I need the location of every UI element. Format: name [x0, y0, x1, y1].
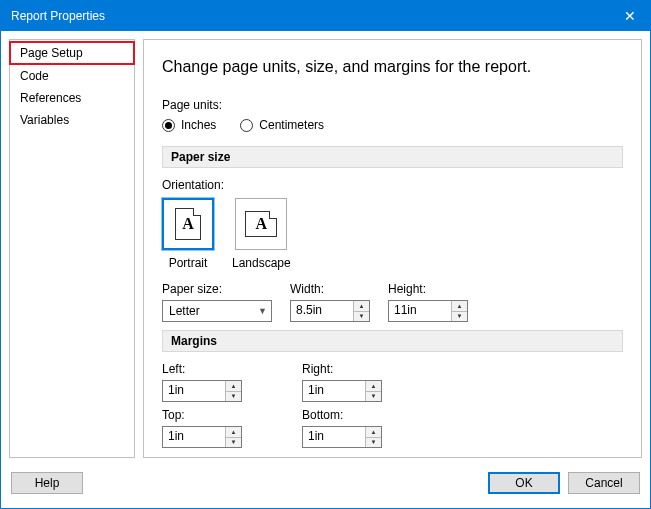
main-panel: Change page units, size, and margins for…: [143, 39, 642, 458]
spinner-down-icon[interactable]: ▼: [226, 438, 241, 448]
margin-top-spinner[interactable]: 1in ▲▼: [162, 426, 242, 448]
dialog-title: Report Properties: [11, 9, 105, 23]
page-landscape-icon: A: [245, 211, 277, 237]
paper-size-field: Paper size: Letter ▼: [162, 282, 272, 322]
spinner-down-icon[interactable]: ▼: [452, 312, 467, 322]
margin-left-spinner[interactable]: 1in ▲▼: [162, 380, 242, 402]
orientation-portrait[interactable]: A Portrait: [162, 198, 214, 270]
radio-centimeters-label: Centimeters: [259, 118, 324, 132]
sidebar-item-page-setup[interactable]: Page Setup: [9, 41, 135, 65]
width-spinner[interactable]: 8.5in ▲ ▼: [290, 300, 370, 322]
titlebar: Report Properties ✕: [1, 1, 650, 31]
margin-left-field: Left: 1in ▲▼: [162, 362, 302, 402]
orientation-portrait-label: Portrait: [169, 256, 208, 270]
page-portrait-icon: A: [175, 208, 201, 240]
width-label: Width:: [290, 282, 370, 296]
margin-bottom-spinner[interactable]: 1in ▲▼: [302, 426, 382, 448]
radio-dot-icon: [162, 119, 175, 132]
margin-right-value: 1in: [303, 381, 365, 401]
sidebar-item-references[interactable]: References: [10, 87, 134, 109]
orientation-landscape-label: Landscape: [232, 256, 291, 270]
spinner-down-icon[interactable]: ▼: [226, 392, 241, 402]
spinner-down-icon[interactable]: ▼: [366, 438, 381, 448]
height-field: Height: 11in ▲ ▼: [388, 282, 468, 322]
dialog-footer: Help OK Cancel: [1, 466, 650, 508]
spinner-down-icon[interactable]: ▼: [366, 392, 381, 402]
help-button[interactable]: Help: [11, 472, 83, 494]
spinner-up-icon[interactable]: ▲: [226, 381, 241, 392]
margin-bottom-label: Bottom:: [302, 408, 442, 422]
dialog-body: Page Setup Code References Variables Cha…: [1, 31, 650, 466]
cancel-button[interactable]: Cancel: [568, 472, 640, 494]
spinner-up-icon[interactable]: ▲: [226, 427, 241, 438]
margin-right-spinner[interactable]: 1in ▲▼: [302, 380, 382, 402]
radio-dot-icon: [240, 119, 253, 132]
radio-inches[interactable]: Inches: [162, 118, 216, 132]
spinner-down-icon[interactable]: ▼: [354, 312, 369, 322]
radio-centimeters[interactable]: Centimeters: [240, 118, 324, 132]
close-icon[interactable]: ✕: [620, 8, 640, 24]
orientation-landscape[interactable]: A Landscape: [232, 198, 291, 270]
height-spinner[interactable]: 11in ▲ ▼: [388, 300, 468, 322]
dialog-window: Report Properties ✕ Page Setup Code Refe…: [0, 0, 651, 509]
width-field: Width: 8.5in ▲ ▼: [290, 282, 370, 322]
height-label: Height:: [388, 282, 468, 296]
spinner-arrows: ▲ ▼: [451, 301, 467, 321]
orientation-tile: A: [162, 198, 214, 250]
margin-left-value: 1in: [163, 381, 225, 401]
page-units-group: Inches Centimeters: [162, 118, 623, 132]
paper-size-row: Paper size: Letter ▼ Width: 8.5in ▲ ▼: [162, 282, 623, 322]
orientation-group: A Portrait A Landscape: [162, 198, 623, 270]
margin-right-field: Right: 1in ▲▼: [302, 362, 442, 402]
orientation-tile: A: [235, 198, 287, 250]
spinner-up-icon[interactable]: ▲: [366, 427, 381, 438]
ok-button[interactable]: OK: [488, 472, 560, 494]
page-heading: Change page units, size, and margins for…: [162, 58, 623, 76]
section-paper-size: Paper size: [162, 146, 623, 168]
margin-top-label: Top:: [162, 408, 302, 422]
section-margins: Margins: [162, 330, 623, 352]
margin-left-label: Left:: [162, 362, 302, 376]
margin-top-value: 1in: [163, 427, 225, 447]
spinner-arrows: ▲ ▼: [353, 301, 369, 321]
margin-bottom-field: Bottom: 1in ▲▼: [302, 408, 442, 448]
spinner-up-icon[interactable]: ▲: [452, 301, 467, 312]
radio-inches-label: Inches: [181, 118, 216, 132]
sidebar-item-variables[interactable]: Variables: [10, 109, 134, 131]
sidebar-item-code[interactable]: Code: [10, 65, 134, 87]
paper-size-label: Paper size:: [162, 282, 272, 296]
sidebar: Page Setup Code References Variables: [9, 39, 135, 458]
spinner-up-icon[interactable]: ▲: [366, 381, 381, 392]
margin-right-label: Right:: [302, 362, 442, 376]
page-units-label: Page units:: [162, 98, 623, 112]
margins-grid: Left: 1in ▲▼ Right: 1in ▲▼ Top:: [162, 362, 623, 448]
paper-size-value: Letter: [169, 304, 200, 318]
height-value: 11in: [389, 301, 451, 321]
paper-size-select[interactable]: Letter ▼: [162, 300, 272, 322]
width-value: 8.5in: [291, 301, 353, 321]
spinner-up-icon[interactable]: ▲: [354, 301, 369, 312]
orientation-label: Orientation:: [162, 178, 623, 192]
chevron-down-icon: ▼: [258, 306, 267, 316]
margin-top-field: Top: 1in ▲▼: [162, 408, 302, 448]
margin-bottom-value: 1in: [303, 427, 365, 447]
